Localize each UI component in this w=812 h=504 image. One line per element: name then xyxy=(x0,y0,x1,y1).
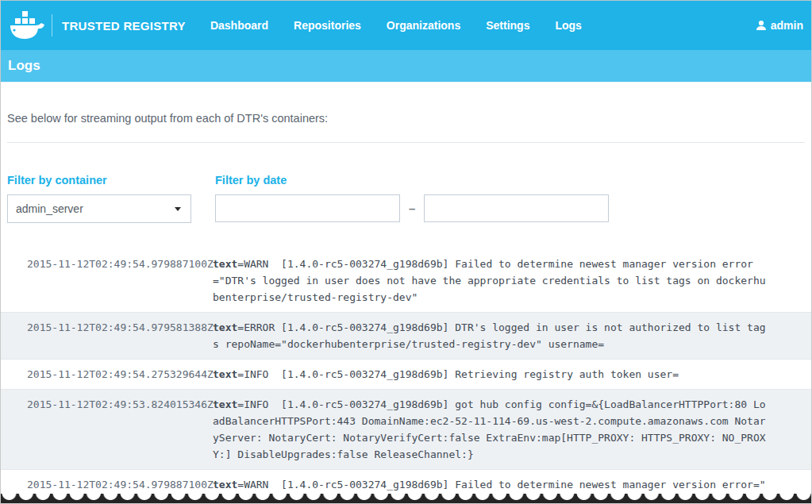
log-message: text=INFO [1.4.0-rc5-003274_g198d69b] go… xyxy=(213,396,768,463)
top-navigation: TRUSTED REGISTRY Dashboard Repositories … xyxy=(1,1,811,50)
log-text: =INFO [1.4.0-rc5-003274_g198d69b] Retrie… xyxy=(237,368,679,380)
log-timestamp: 2015-11-12T02:49:53.824015346Z xyxy=(1,396,191,463)
log-key: text xyxy=(213,321,237,333)
log-timestamp: 2015-11-12T02:49:54.979887100Z xyxy=(1,476,191,493)
user-icon xyxy=(756,20,767,31)
nav-item-organizations[interactable]: Organizations xyxy=(374,19,473,32)
date-to-input[interactable] xyxy=(424,194,609,222)
brand-divider xyxy=(52,14,52,37)
log-message: text=WARN [1.4.0-rc5-003274_g198d69b] Fa… xyxy=(213,476,768,493)
log-message: text=INFO [1.4.0-rc5-003274_g198d69b] Re… xyxy=(213,366,768,383)
page-title: Logs xyxy=(8,58,40,74)
log-list: 2015-11-12T02:49:54.979887100Z text=WARN… xyxy=(1,249,811,499)
user-menu[interactable]: admin xyxy=(756,19,811,32)
nav-item-repositories[interactable]: Repositories xyxy=(281,19,374,32)
log-message: text=WARN [1.4.0-rc5-003274_g198d69b] Fa… xyxy=(213,256,768,306)
log-timestamp: 2015-11-12T02:49:54.275329644Z xyxy=(1,366,191,383)
divider xyxy=(7,142,805,143)
log-row: 2015-11-12T02:49:54.275329644Z text=INFO… xyxy=(1,359,811,389)
torn-edge-decoration xyxy=(1,494,811,504)
log-key: text xyxy=(213,258,237,270)
date-range-separator: – xyxy=(409,202,415,215)
filter-date-label: Filter by date xyxy=(215,174,609,190)
nav-items: Dashboard Repositories Organizations Set… xyxy=(198,19,595,32)
log-row: 2015-11-12T02:49:53.824015346Z text=INFO… xyxy=(1,389,811,469)
brand-title: TRUSTED REGISTRY xyxy=(62,19,186,33)
date-range-row: – xyxy=(215,194,609,222)
user-name: admin xyxy=(771,19,803,32)
docker-whale-icon xyxy=(9,10,45,41)
brand[interactable]: TRUSTED REGISTRY xyxy=(1,10,186,41)
nav-item-settings[interactable]: Settings xyxy=(473,19,542,32)
log-row: 2015-11-12T02:49:54.979887100Z text=WARN… xyxy=(1,249,811,312)
nav-item-logs[interactable]: Logs xyxy=(542,19,594,32)
log-timestamp: 2015-11-12T02:49:54.979887100Z xyxy=(1,256,191,306)
content: See below for streaming output from each… xyxy=(1,110,811,499)
log-message: text=ERROR [1.4.0-rc5-003274_g198d69b] D… xyxy=(213,319,768,352)
chevron-down-icon xyxy=(175,207,181,211)
log-text: =ERROR [1.4.0-rc5-003274_g198d69b] DTR's… xyxy=(213,321,766,350)
log-text: =WARN [1.4.0-rc5-003274_g198d69b] Failed… xyxy=(213,258,766,303)
log-key: text xyxy=(213,368,237,380)
date-from-input[interactable] xyxy=(215,194,400,222)
log-key: text xyxy=(213,398,237,410)
log-text: =WARN [1.4.0-rc5-003274_g198d69b] Failed… xyxy=(237,479,765,491)
log-key: text xyxy=(213,479,237,491)
filters: Filter by container admin_server Filter … xyxy=(7,174,805,223)
container-select[interactable]: admin_server xyxy=(7,194,191,223)
filter-container-group: Filter by container admin_server xyxy=(7,174,215,223)
filter-date-group: Filter by date – xyxy=(215,174,609,223)
page-title-bar: Logs xyxy=(1,50,811,83)
log-text: =INFO [1.4.0-rc5-003274_g198d69b] got hu… xyxy=(213,398,766,460)
dtr-logs-page: TRUSTED REGISTRY Dashboard Repositories … xyxy=(0,0,812,504)
nav-item-dashboard[interactable]: Dashboard xyxy=(198,19,281,32)
filter-container-label: Filter by container xyxy=(7,174,215,190)
log-timestamp: 2015-11-12T02:49:54.979581388Z xyxy=(1,319,191,352)
log-row: 2015-11-12T02:49:54.979581388Z text=ERRO… xyxy=(1,312,811,359)
intro-text: See below for streaming output from each… xyxy=(7,110,805,126)
container-select-value: admin_server xyxy=(16,202,175,215)
